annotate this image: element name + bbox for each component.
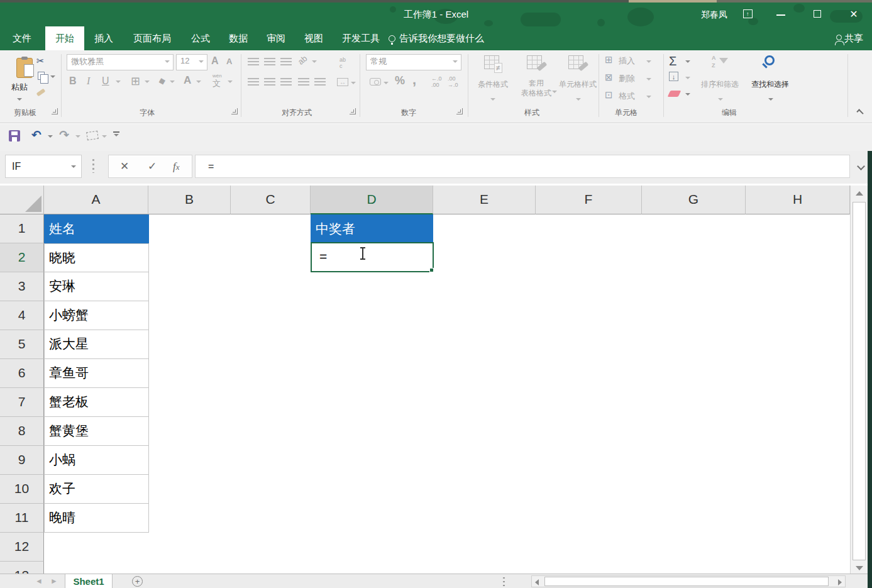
fill-button[interactable]: ↓: [669, 72, 678, 81]
row-header-2[interactable]: 2: [0, 243, 44, 272]
previous-sheet-icon[interactable]: ◄: [35, 577, 43, 585]
enter-entry-button[interactable]: ✓: [148, 155, 157, 177]
align-right-icon[interactable]: [280, 78, 292, 86]
merge-center-dropdown[interactable]: [351, 82, 356, 84]
tab-review[interactable]: 审阅: [257, 26, 295, 50]
column-header-f[interactable]: F: [536, 186, 642, 214]
vertical-scroll-thumb[interactable]: [853, 202, 866, 560]
cell-a1[interactable]: 姓名: [44, 214, 149, 243]
expand-formula-bar-icon[interactable]: [857, 162, 865, 170]
row-header-11[interactable]: 11: [0, 504, 44, 533]
autosum-button[interactable]: Σ: [669, 54, 676, 69]
row-header-5[interactable]: 5: [0, 330, 44, 359]
phonetic-guide-label[interactable]: 文: [212, 78, 221, 89]
increase-decimal-icon[interactable]: ←.0: [431, 75, 442, 82]
row-header-4[interactable]: 4: [0, 301, 44, 330]
tab-developer[interactable]: 开发工具: [332, 26, 390, 50]
column-header-g[interactable]: G: [642, 186, 746, 214]
scroll-up-icon[interactable]: [856, 191, 863, 196]
orientation-icon[interactable]: ab: [296, 53, 309, 67]
cell-a7[interactable]: 蟹老板: [44, 387, 149, 417]
cell-a3[interactable]: 安琳: [44, 272, 149, 301]
tab-home[interactable]: 开始: [45, 26, 84, 50]
cell-a5[interactable]: 派大星: [44, 330, 149, 359]
row-header-12[interactable]: 12: [0, 533, 44, 562]
new-sheet-button[interactable]: +: [132, 576, 143, 587]
tell-me-box[interactable]: 告诉我你想要做什么: [389, 26, 484, 50]
align-center-icon[interactable]: [264, 78, 275, 86]
cell-a8[interactable]: 蟹黄堡: [44, 416, 149, 446]
underline-button[interactable]: U: [102, 75, 109, 87]
format-painter-icon[interactable]: [36, 89, 46, 97]
sheet-tab-sheet1[interactable]: Sheet1: [65, 574, 113, 588]
clipboard-dialog-launcher[interactable]: [52, 108, 58, 114]
fill-dropdown[interactable]: [685, 77, 690, 79]
row-header-9[interactable]: 9: [0, 446, 44, 475]
scroll-right-icon[interactable]: [838, 579, 842, 585]
column-header-e[interactable]: E: [433, 186, 536, 214]
number-format-combo[interactable]: 常规: [366, 54, 461, 70]
bottom-align-icon[interactable]: [280, 58, 292, 66]
sort-filter-button[interactable]: A Z 排序和筛选: [695, 53, 744, 106]
font-size-combo[interactable]: 12: [176, 54, 207, 70]
tab-scrollbar-splitter[interactable]: [503, 577, 505, 586]
insert-function-button[interactable]: fx: [173, 155, 180, 177]
close-button[interactable]: ✕: [844, 8, 863, 21]
font-color-dropdown[interactable]: [196, 80, 201, 83]
next-sheet-icon[interactable]: ►: [50, 577, 58, 585]
cell-d1[interactable]: 中奖者: [311, 214, 433, 243]
redo-dropdown[interactable]: [75, 135, 80, 138]
tab-formulas[interactable]: 公式: [181, 26, 220, 50]
shrink-font-button[interactable]: A: [226, 57, 232, 66]
cell-a9[interactable]: 小蜗: [44, 445, 149, 475]
fill-color-icon[interactable]: ◆: [157, 75, 167, 86]
paste-button[interactable]: 粘贴: [6, 53, 35, 104]
copy-dropdown[interactable]: [50, 75, 55, 78]
cell-styles-button[interactable]: 单元格样式: [558, 53, 597, 106]
vertical-scrollbar[interactable]: [850, 186, 868, 579]
autosum-dropdown[interactable]: [685, 60, 690, 63]
undo-icon[interactable]: ↶: [31, 128, 41, 142]
save-icon[interactable]: [9, 130, 20, 141]
font-name-combo[interactable]: 微软雅黑: [67, 54, 174, 70]
custom-tool-dropdown[interactable]: [102, 135, 107, 138]
font-dialog-launcher[interactable]: [231, 108, 238, 114]
formula-bar-splitter[interactable]: [92, 159, 94, 173]
merge-center-icon[interactable]: ↔: [337, 78, 348, 86]
row-header-13[interactable]: 13: [0, 562, 44, 574]
horizontal-scroll-thumb[interactable]: [544, 577, 829, 586]
cell-a11[interactable]: 晚晴: [44, 503, 149, 533]
minimize-button[interactable]: [771, 8, 790, 21]
column-header-d[interactable]: D: [311, 186, 433, 214]
account-user-name[interactable]: 郑春凤: [701, 9, 727, 21]
column-header-a[interactable]: A: [44, 186, 148, 214]
redo-icon[interactable]: ↷: [59, 128, 69, 142]
conditional-formatting-button[interactable]: ≠ 条件格式: [473, 53, 513, 106]
grow-font-button[interactable]: A: [211, 55, 219, 67]
horizontal-scrollbar[interactable]: [531, 575, 846, 587]
bold-button[interactable]: B: [69, 75, 77, 87]
row-header-3[interactable]: 3: [0, 272, 44, 301]
collapse-ribbon-icon[interactable]: [856, 109, 863, 116]
formula-input[interactable]: =: [195, 155, 850, 178]
decrease-indent-icon[interactable]: [298, 78, 309, 86]
delete-cells-button[interactable]: ⊠ 删除: [605, 72, 658, 86]
middle-align-icon[interactable]: [264, 58, 275, 66]
borders-dropdown[interactable]: [145, 80, 150, 83]
row-header-1[interactable]: 1: [0, 214, 44, 243]
row-header-10[interactable]: 10: [0, 475, 44, 504]
cut-icon[interactable]: ✂: [36, 55, 45, 67]
fill-handle[interactable]: [429, 268, 434, 272]
increase-indent-icon[interactable]: [314, 78, 326, 86]
find-select-button[interactable]: 查找和选择: [746, 53, 795, 106]
undo-dropdown[interactable]: [48, 135, 53, 138]
cell-a2[interactable]: 晓晓: [44, 243, 149, 272]
format-as-table-button[interactable]: 套用 表格格式: [516, 53, 557, 106]
comma-style-icon[interactable]: ,: [412, 72, 416, 88]
cell-a10[interactable]: 欢子: [44, 474, 149, 504]
alignment-dialog-launcher[interactable]: [350, 108, 356, 114]
italic-button[interactable]: I: [87, 75, 90, 87]
ribbon-display-options-button[interactable]: ↑: [743, 9, 753, 18]
font-color-icon[interactable]: A: [184, 74, 191, 87]
name-box[interactable]: IF: [5, 155, 82, 178]
